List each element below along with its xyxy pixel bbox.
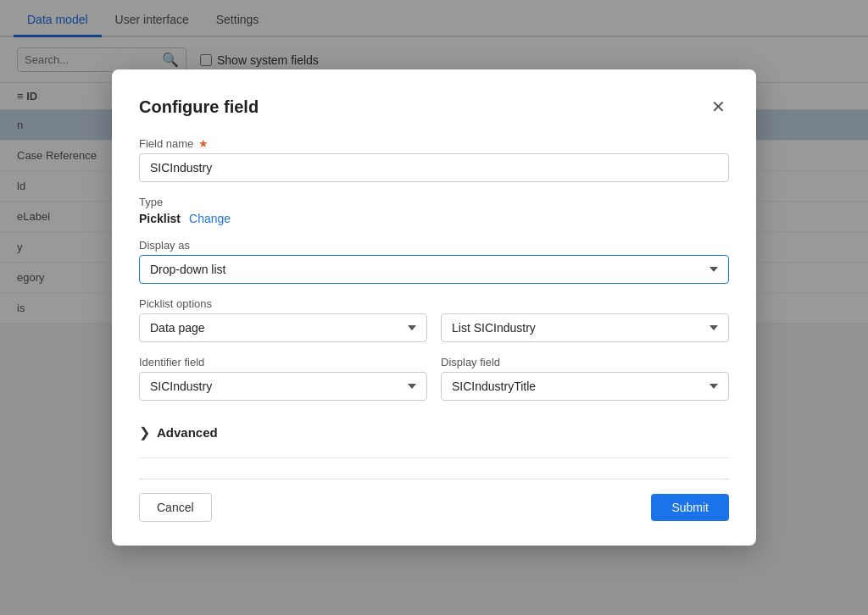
field-name-label: Field name ★ xyxy=(139,137,729,150)
picklist-options-row: Data page Static list Data type List SIC… xyxy=(139,313,729,342)
display-as-select[interactable]: Drop-down list Radio buttons Checkboxes xyxy=(139,255,729,284)
change-type-link[interactable]: Change xyxy=(189,212,231,225)
display-field-label: Display field xyxy=(441,356,729,368)
modal-header: Configure field ✕ xyxy=(139,93,729,120)
chevron-right-icon: ❯ xyxy=(139,424,150,440)
modal-footer: Cancel Submit xyxy=(139,479,729,522)
cancel-button[interactable]: Cancel xyxy=(139,493,212,522)
footer-divider xyxy=(139,457,729,458)
picklist-options-group: Picklist options Data page Static list D… xyxy=(139,297,729,342)
advanced-row[interactable]: ❯ Advanced xyxy=(139,421,729,444)
type-label: Type xyxy=(139,196,729,208)
modal-overlay: Configure field ✕ Field name ★ Type Pick… xyxy=(0,0,868,615)
display-as-label: Display as xyxy=(139,239,729,252)
picklist-source-select[interactable]: Data page Static list Data type xyxy=(139,313,427,342)
identifier-field-select[interactable]: SICIndustry xyxy=(139,372,427,401)
field-name-input[interactable] xyxy=(139,153,729,182)
required-star: ★ xyxy=(198,137,209,150)
type-row: Picklist Change xyxy=(139,212,729,225)
configure-field-modal: Configure field ✕ Field name ★ Type Pick… xyxy=(112,69,756,546)
identifier-field-group: Identifier field SICIndustry xyxy=(139,356,427,401)
display-field-group: Display field SICIndustryTitle xyxy=(441,356,729,401)
modal-title: Configure field xyxy=(139,97,259,117)
close-button[interactable]: ✕ xyxy=(708,93,729,120)
id-display-fields-row: Identifier field SICIndustry Display fie… xyxy=(139,356,729,414)
type-value: Picklist xyxy=(139,212,181,225)
picklist-options-label: Picklist options xyxy=(139,297,729,310)
advanced-label: Advanced xyxy=(157,425,218,440)
field-name-group: Field name ★ xyxy=(139,137,729,182)
submit-button[interactable]: Submit xyxy=(651,494,729,521)
type-group: Type Picklist Change xyxy=(139,196,729,225)
identifier-field-label: Identifier field xyxy=(139,356,427,368)
display-field-select[interactable]: SICIndustryTitle xyxy=(441,372,729,401)
picklist-list-select[interactable]: List SICIndustry xyxy=(441,313,729,342)
display-as-group: Display as Drop-down list Radio buttons … xyxy=(139,239,729,284)
